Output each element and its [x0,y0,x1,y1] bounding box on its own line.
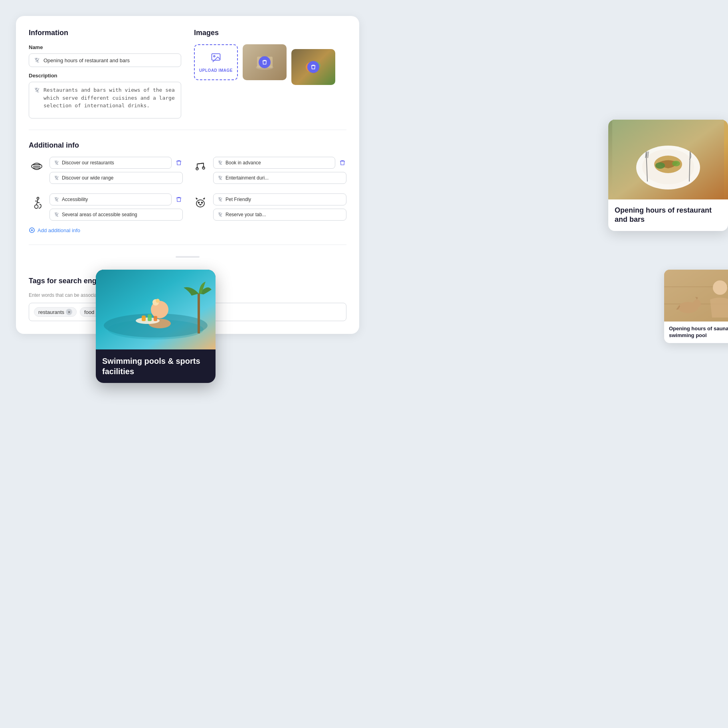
add-circle-icon [29,227,35,233]
wheelchair-field-row-2 [49,209,183,221]
accessible-seating-input[interactable] [62,212,178,217]
burger-field-row-2 [49,172,183,184]
name-input[interactable] [44,57,176,63]
music-icon-wrap [192,158,208,174]
additional-info-title: Additional info [29,141,346,150]
svg-point-34 [713,280,727,295]
description-wrap[interactable]: Restaurants and bars with views of the s… [29,82,181,118]
burger-fields [49,157,183,184]
wheelchair-input-2-wrap[interactable] [49,209,183,221]
translate-small-icon-7 [218,197,223,202]
delete-drinks-image-button[interactable] [307,61,319,73]
pool-illustration [96,270,216,349]
pet-input-1-wrap[interactable] [213,193,346,205]
additional-info-grid [29,157,346,221]
music-fields [213,157,346,184]
tag-label-restaurants: restaurants [38,309,64,315]
delete-food-image-button[interactable] [259,56,271,68]
information-section: Information Name Description Restaurants… [29,29,181,118]
svg-rect-46 [148,314,152,321]
restaurant-illustration [612,120,724,199]
wheelchair-input-1-wrap[interactable] [49,193,172,205]
image-thumb-food [243,44,287,80]
music-input-1[interactable] [226,160,331,166]
upload-image-box[interactable]: UPLOAD IMAGE [194,44,238,80]
preview-restaurant-image [608,120,728,199]
svg-point-14 [196,200,204,207]
scrollbar-hint [176,256,200,258]
pet-field-row-2 [213,209,346,221]
music-icon [194,160,207,173]
svg-point-16 [202,202,203,203]
svg-point-36 [693,300,701,308]
translate-small-icon-8 [218,212,223,217]
translate-small-icon-6 [54,212,59,217]
additional-info-section: Additional info [29,141,346,245]
pet-friendly-input[interactable] [226,197,342,202]
add-info-label: Add additional info [38,227,80,233]
music-input-2[interactable] [226,175,342,181]
svg-point-1 [214,55,215,57]
burger-input-2[interactable] [62,175,178,181]
music-field-row-2 [213,172,346,184]
upload-label: UPLOAD IMAGE [199,68,233,73]
svg-point-23 [655,162,665,169]
name-label: Name [29,44,181,50]
sauna-illustration [664,270,728,322]
accessibility-input[interactable] [62,197,167,202]
svg-point-12 [37,197,39,199]
pool-card: Swimming pools & sports facilities [96,270,216,383]
translate-small-icon-3 [218,160,223,166]
delete-accessibility-button[interactable] [175,195,183,203]
wheelchair-info-group [29,193,183,221]
svg-point-15 [198,202,200,203]
delete-burger-1-button[interactable] [175,159,183,167]
reserve-table-input[interactable] [226,212,342,217]
wheelchair-field-row-1 [49,193,183,205]
image-thumb-drinks [291,49,335,85]
upload-icon [210,52,222,66]
burger-field-row-1 [49,157,183,169]
remove-tag-restaurants[interactable]: ✕ [66,309,72,315]
add-additional-info-button[interactable]: Add additional info [29,227,80,233]
translate-icon-name [34,57,40,63]
delete-music-1-button[interactable] [338,159,346,167]
preview-card-restaurant: Opening hours of restaurant and bars [608,120,728,231]
pet-field-row-1 [213,193,346,205]
translate-small-icon [54,160,59,166]
burger-info-group [29,157,183,184]
description-label: Description [29,73,181,79]
music-input-2-wrap[interactable] [213,172,346,184]
svg-rect-48 [198,294,200,333]
description-textarea[interactable]: Restaurants and bars with views of the s… [44,86,176,114]
music-field-row-1 [213,157,346,169]
burger-input-1-wrap[interactable] [49,157,172,169]
images-grid: UPLOAD IMAGE [194,44,346,85]
burger-input-2-wrap[interactable] [49,172,183,184]
pet-input-2-wrap[interactable] [213,209,346,221]
translate-small-icon-4 [218,175,223,181]
pet-info-group [192,193,346,221]
svg-rect-45 [142,316,146,321]
cat-icon [194,196,207,210]
pool-image [96,270,216,349]
preview-sauna-image [664,270,728,322]
information-title: Information [29,29,181,37]
preview-card-sauna: Opening hours of sauna and swimming pool [664,270,728,343]
burger-icon-wrap [29,158,45,174]
images-section: Images UPLOAD IMAGE [194,29,346,118]
tag-label-food: food [84,309,94,315]
burger-input-1[interactable] [62,160,167,166]
music-input-1-wrap[interactable] [213,157,335,169]
svg-point-13 [35,205,38,209]
name-input-wrap[interactable] [29,53,181,67]
cat-icon-wrap [192,195,208,211]
top-section: Information Name Description Restaurants… [29,29,346,130]
images-title: Images [194,29,346,37]
translate-small-icon-2 [54,175,59,181]
svg-point-42 [156,299,160,303]
wheelchair-fields [49,193,183,221]
wheelchair-icon-wrap [29,195,45,211]
pool-card-title: Swimming pools & sports facilities [96,349,216,383]
svg-rect-47 [154,316,157,321]
